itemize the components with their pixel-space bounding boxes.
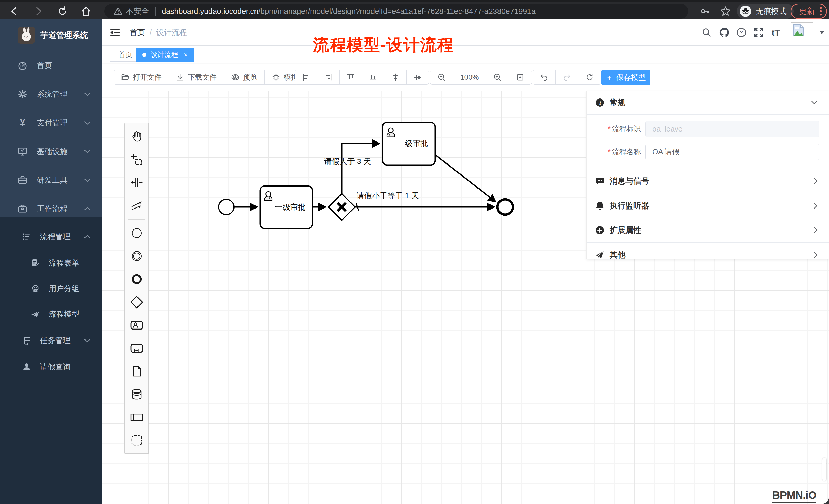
preview-button[interactable]: 预览 [224, 70, 265, 84]
sidebar-item-workflow[interactable]: 工作流程 [0, 194, 102, 223]
font-size-button[interactable]: tT [767, 20, 784, 45]
breadcrumb-home[interactable]: 首页 [130, 27, 145, 38]
browser-back-button[interactable] [7, 4, 22, 18]
bookmark-star-button[interactable] [718, 4, 733, 18]
create-data-object[interactable] [125, 360, 148, 383]
zoom-button-group: 100% [430, 70, 532, 85]
redo-button[interactable] [555, 70, 578, 84]
create-group[interactable] [125, 429, 148, 452]
docs-help-button[interactable]: ? [733, 20, 750, 45]
address-divider [155, 7, 156, 15]
create-participant-pool[interactable] [125, 406, 148, 429]
sidebar-collapse-button[interactable] [106, 20, 124, 45]
hand-tool[interactable] [125, 125, 148, 148]
exclusive-gateway-node[interactable] [328, 194, 355, 220]
global-connect-tool[interactable] [125, 194, 148, 217]
create-data-store[interactable] [125, 383, 148, 406]
info-icon: i [595, 98, 605, 108]
sidebar-item-system[interactable]: 系统管理 [0, 80, 102, 109]
align-bottom-button[interactable] [362, 70, 384, 84]
space-tool[interactable] [125, 171, 148, 194]
scrollbar-thumb[interactable] [822, 458, 826, 481]
avatar-caret-button[interactable] [817, 20, 827, 45]
header-search-button[interactable] [698, 20, 715, 45]
chrome-update-button[interactable]: 更新 [791, 4, 827, 19]
not-secure-label[interactable]: 不安全 [126, 6, 149, 16]
flow-label-le1[interactable]: 请假小于等于 1 天 [356, 191, 419, 200]
flow-task2-to-end[interactable] [435, 155, 495, 202]
zoom-in-button[interactable] [486, 70, 509, 84]
sidebar-item-home[interactable]: 首页 [0, 51, 102, 80]
create-end-event[interactable] [125, 268, 148, 290]
panel-section-listeners[interactable]: 执行监听器 [586, 193, 829, 218]
create-gateway[interactable] [125, 290, 148, 314]
chrome-menu-dots-icon[interactable] [820, 6, 822, 16]
tab-design-process[interactable]: 设计流程 × [136, 48, 194, 62]
incognito-badge: 无痕模式 [737, 4, 794, 19]
sidebar-item-label: 流程表单 [49, 258, 79, 268]
create-start-event[interactable] [125, 222, 148, 244]
browser-home-button[interactable] [79, 4, 93, 18]
chevron-right-icon [814, 251, 818, 259]
start-event-node[interactable] [219, 199, 234, 215]
sidebar-item-process-management[interactable]: 流程管理 [0, 223, 102, 250]
github-link-button[interactable] [716, 20, 733, 45]
align-left-button[interactable] [295, 70, 318, 84]
task1-label: 一级审批 [275, 203, 306, 211]
lasso-tool[interactable] [125, 148, 148, 171]
create-call-activity[interactable] [125, 337, 148, 360]
flow-gateway-to-task2[interactable] [342, 144, 379, 194]
browser-reload-button[interactable] [55, 4, 70, 18]
user-task-icon [264, 192, 272, 201]
zoom-out-button[interactable] [430, 70, 453, 84]
panel-section-extensions[interactable]: 扩展属性 [586, 218, 829, 242]
sidebar-item-infrastructure[interactable]: 基础设施 [0, 137, 102, 166]
open-file-button[interactable]: 打开文件 [114, 70, 169, 84]
task2-node[interactable] [383, 122, 435, 165]
restart-button[interactable] [578, 70, 601, 84]
sidebar-logo[interactable]: 芋道管理系统 [0, 20, 102, 51]
process-name-input[interactable] [645, 144, 819, 160]
align-middle-button[interactable] [384, 70, 406, 84]
open-file-label: 打开文件 [133, 72, 161, 82]
user-avatar[interactable] [791, 22, 813, 43]
sidebar-item-task-management[interactable]: 任务管理 [0, 327, 102, 354]
sidebar-item-label: 用户分组 [49, 283, 79, 294]
align-center-button[interactable] [406, 70, 429, 84]
send-icon [595, 250, 605, 260]
task2-label: 二级审批 [397, 139, 428, 148]
fullscreen-button[interactable] [750, 20, 767, 45]
zoom-reset-button[interactable] [509, 70, 532, 84]
bpmn-io-logo[interactable]: BPMN.iO [772, 490, 817, 503]
zoom-level-display[interactable]: 100% [453, 70, 486, 84]
sidebar-item-process-model[interactable]: 流程模型 [0, 301, 102, 327]
end-event-node[interactable] [498, 199, 513, 215]
undo-button[interactable] [533, 70, 555, 84]
create-user-task[interactable] [125, 314, 148, 337]
caret-down-icon [819, 31, 825, 34]
panel-section-other[interactable]: 其他 [586, 242, 829, 267]
panel-section-general[interactable]: i 常规 [586, 91, 829, 114]
panel-section-messages[interactable]: 消息与信号 [586, 169, 829, 193]
sidebar-item-payment[interactable]: ¥ 支付管理 [0, 109, 102, 137]
browser-forward-button[interactable] [31, 4, 45, 18]
update-label[interactable]: 更新 [799, 6, 815, 16]
align-top-button[interactable] [340, 70, 362, 84]
create-intermediate-event[interactable] [125, 244, 148, 268]
align-right-button[interactable] [318, 70, 340, 84]
tab-close-icon[interactable]: × [184, 51, 188, 59]
task1-node[interactable] [260, 186, 312, 228]
address-bar[interactable]: 不安全 dashboard.yudao.iocoder.cn/bpm/manag… [104, 4, 688, 19]
sidebar-item-process-form[interactable]: 流程表单 [0, 250, 102, 276]
designer-toolbar: 打开文件 下载文件 预览 模拟 100% [102, 64, 829, 91]
process-key-input[interactable] [645, 121, 819, 137]
password-key-button[interactable] [698, 4, 712, 18]
required-mark: * [608, 125, 611, 133]
download-file-button[interactable]: 下载文件 [169, 70, 224, 84]
save-model-button[interactable]: ＋ 保存模型 [601, 70, 650, 85]
sidebar-item-devtools[interactable]: 研发工具 [0, 166, 102, 194]
sidebar-item-leave-query[interactable]: 请假查询 [0, 354, 102, 380]
sidebar-item-user-group[interactable]: 用户分组 [0, 276, 102, 301]
participant-pool-icon [130, 411, 144, 424]
flow-label-gt3[interactable]: 请假大于 3 天 [324, 157, 371, 165]
